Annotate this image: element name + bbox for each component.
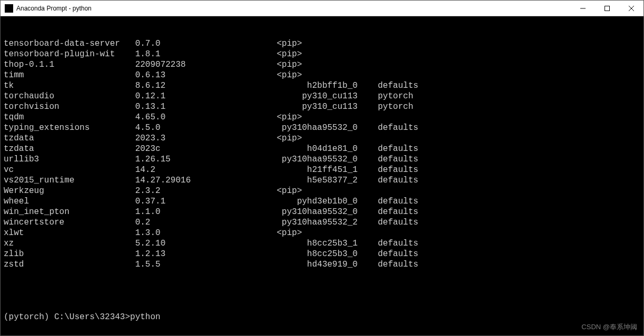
close-icon xyxy=(629,6,634,11)
maximize-button[interactable] xyxy=(595,1,619,16)
package-row: tensorboard-data-server 0.7.0 <pip> xyxy=(4,38,640,49)
package-list: tensorboard-data-server 0.7.0 <pip> tens… xyxy=(4,38,640,270)
minimize-icon xyxy=(580,6,586,11)
close-button[interactable] xyxy=(619,1,643,16)
package-row: vs2015_runtime 14.27.29016 h5e58377_2 de… xyxy=(4,175,640,186)
package-row: tzdata 2023c h04d1e81_0 defaults xyxy=(4,144,640,154)
terminal-icon xyxy=(5,4,13,13)
package-row: urllib3 1.26.15 py310haa95532_0 defaults xyxy=(4,154,640,165)
maximize-icon xyxy=(605,6,610,11)
package-row: xz 5.2.10 h8cc25b3_1 defaults xyxy=(4,238,640,249)
package-row: vc 14.2 h21ff451_1 defaults xyxy=(4,165,640,175)
app-window: Anaconda Prompt - python tensorboard-dat… xyxy=(0,0,644,336)
package-row: thop-0.1.1 2209072238 <pip> xyxy=(4,59,640,70)
package-row: tqdm 4.65.0 <pip> xyxy=(4,112,640,123)
svg-rect-0 xyxy=(605,6,610,11)
package-row: timm 0.6.13 <pip> xyxy=(4,70,640,80)
package-row: torchaudio 0.12.1 py310_cu113 pytorch xyxy=(4,91,640,101)
terminal-output[interactable]: tensorboard-data-server 0.7.0 <pip> tens… xyxy=(1,16,643,335)
package-row: xlwt 1.3.0 <pip> xyxy=(4,228,640,238)
minimize-button[interactable] xyxy=(571,1,595,16)
window-title: Anaconda Prompt - python xyxy=(16,5,92,12)
titlebar[interactable]: Anaconda Prompt - python xyxy=(1,1,643,16)
package-row: tk 8.6.12 h2bbff1b_0 defaults xyxy=(4,80,640,91)
package-row: Werkzeug 2.3.2 <pip> xyxy=(4,186,640,196)
package-row: zstd 1.5.5 hd43e919_0 defaults xyxy=(4,259,640,270)
package-row: tensorboard-plugin-wit 1.8.1 <pip> xyxy=(4,49,640,59)
shell-prompt-line: (pytorch) C:\Users\32343>python xyxy=(4,312,640,322)
package-row: typing_extensions 4.5.0 py310haa95532_0 … xyxy=(4,123,640,133)
package-row: tzdata 2023.3 <pip> xyxy=(4,133,640,144)
package-row: wincertstore 0.2 py310haa95532_2 default… xyxy=(4,217,640,228)
package-row: torchvision 0.13.1 py310_cu113 pytorch xyxy=(4,101,640,112)
package-row: zlib 1.2.13 h8cc25b3_0 defaults xyxy=(4,249,640,259)
package-row: wheel 0.37.1 pyhd3eb1b0_0 defaults xyxy=(4,196,640,207)
watermark: CSDN @奉系坤阈 xyxy=(581,322,637,332)
package-row: win_inet_pton 1.1.0 py310haa95532_0 defa… xyxy=(4,207,640,217)
